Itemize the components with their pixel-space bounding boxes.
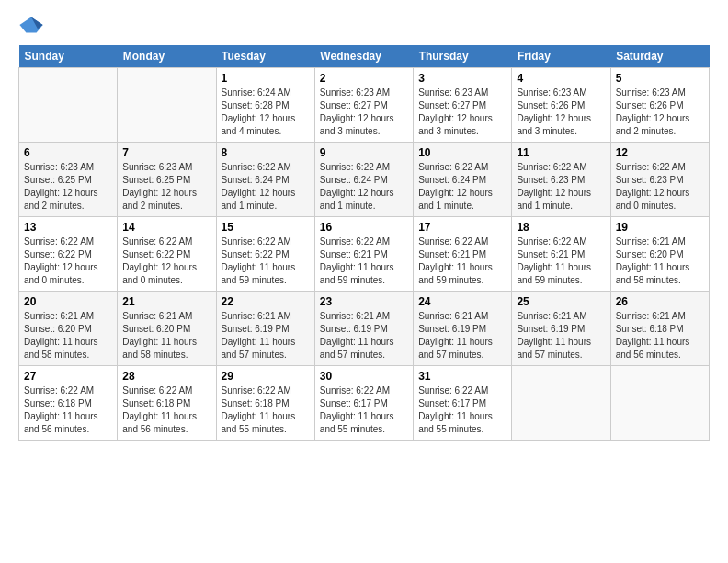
calendar-cell: 16Sunrise: 6:22 AM Sunset: 6:21 PM Dayli… (314, 217, 413, 292)
day-info: Sunrise: 6:23 AM Sunset: 6:26 PM Dayligh… (616, 86, 704, 138)
day-number: 18 (517, 221, 605, 234)
day-number: 20 (24, 295, 112, 308)
day-number: 27 (24, 370, 112, 383)
day-number: 9 (320, 146, 408, 159)
day-info: Sunrise: 6:22 AM Sunset: 6:23 PM Dayligh… (517, 161, 605, 213)
day-info: Sunrise: 6:22 AM Sunset: 6:24 PM Dayligh… (222, 161, 310, 213)
day-number: 14 (122, 221, 210, 234)
calendar-cell: 31Sunrise: 6:22 AM Sunset: 6:17 PM Dayli… (414, 366, 512, 441)
day-info: Sunrise: 6:23 AM Sunset: 6:26 PM Dayligh… (517, 86, 605, 138)
day-number: 7 (122, 146, 210, 159)
day-info: Sunrise: 6:22 AM Sunset: 6:22 PM Dayligh… (122, 236, 210, 287)
calendar-cell: 26Sunrise: 6:21 AM Sunset: 6:18 PM Dayli… (610, 292, 709, 366)
day-number: 15 (222, 221, 310, 234)
day-number: 6 (24, 146, 112, 159)
day-number: 26 (616, 295, 704, 308)
day-number: 1 (222, 72, 310, 85)
calendar-cell: 17Sunrise: 6:22 AM Sunset: 6:21 PM Dayli… (414, 217, 512, 292)
day-number: 13 (24, 221, 112, 234)
calendar-cell: 7Sunrise: 6:23 AM Sunset: 6:25 PM Daylig… (118, 143, 216, 217)
day-info: Sunrise: 6:21 AM Sunset: 6:19 PM Dayligh… (418, 310, 506, 362)
calendar-cell: 5Sunrise: 6:23 AM Sunset: 6:26 PM Daylig… (610, 68, 709, 143)
calendar-cell (19, 68, 118, 143)
weekday-header-thursday: Thursday (414, 45, 512, 68)
day-number: 22 (222, 295, 310, 308)
day-info: Sunrise: 6:21 AM Sunset: 6:19 PM Dayligh… (517, 310, 605, 362)
calendar-cell: 10Sunrise: 6:22 AM Sunset: 6:24 PM Dayli… (414, 143, 512, 217)
calendar-cell (512, 366, 610, 441)
calendar-cell: 2Sunrise: 6:23 AM Sunset: 6:27 PM Daylig… (314, 68, 413, 143)
calendar-cell: 24Sunrise: 6:21 AM Sunset: 6:19 PM Dayli… (414, 292, 512, 366)
calendar-cell: 3Sunrise: 6:23 AM Sunset: 6:27 PM Daylig… (414, 68, 512, 143)
weekday-header-monday: Monday (118, 45, 216, 68)
weekday-header-saturday: Saturday (610, 45, 709, 68)
day-info: Sunrise: 6:22 AM Sunset: 6:18 PM Dayligh… (24, 385, 112, 436)
day-number: 19 (616, 221, 704, 234)
day-number: 3 (418, 72, 506, 85)
calendar-cell: 8Sunrise: 6:22 AM Sunset: 6:24 PM Daylig… (216, 143, 314, 217)
day-info: Sunrise: 6:24 AM Sunset: 6:28 PM Dayligh… (222, 86, 310, 138)
calendar-cell: 15Sunrise: 6:22 AM Sunset: 6:22 PM Dayli… (216, 217, 314, 292)
day-number: 8 (222, 146, 310, 159)
calendar: SundayMondayTuesdayWednesdayThursdayFrid… (18, 45, 710, 441)
day-info: Sunrise: 6:23 AM Sunset: 6:25 PM Dayligh… (24, 161, 112, 213)
calendar-cell: 27Sunrise: 6:22 AM Sunset: 6:18 PM Dayli… (19, 366, 118, 441)
day-info: Sunrise: 6:22 AM Sunset: 6:24 PM Dayligh… (320, 161, 408, 213)
logo-icon (18, 16, 44, 34)
day-info: Sunrise: 6:22 AM Sunset: 6:22 PM Dayligh… (24, 236, 112, 287)
week-row-5: 27Sunrise: 6:22 AM Sunset: 6:18 PM Dayli… (19, 366, 710, 441)
day-info: Sunrise: 6:22 AM Sunset: 6:23 PM Dayligh… (616, 161, 704, 213)
day-info: Sunrise: 6:21 AM Sunset: 6:19 PM Dayligh… (222, 310, 310, 362)
day-info: Sunrise: 6:23 AM Sunset: 6:27 PM Dayligh… (418, 86, 506, 138)
day-number: 23 (320, 295, 408, 308)
calendar-cell: 30Sunrise: 6:22 AM Sunset: 6:17 PM Dayli… (314, 366, 413, 441)
calendar-cell: 25Sunrise: 6:21 AM Sunset: 6:19 PM Dayli… (512, 292, 610, 366)
day-info: Sunrise: 6:21 AM Sunset: 6:20 PM Dayligh… (24, 310, 112, 362)
calendar-cell (610, 366, 709, 441)
page: SundayMondayTuesdayWednesdayThursdayFrid… (0, 0, 728, 459)
day-number: 2 (320, 72, 408, 85)
day-number: 17 (418, 221, 506, 234)
day-info: Sunrise: 6:21 AM Sunset: 6:20 PM Dayligh… (122, 310, 210, 362)
day-info: Sunrise: 6:23 AM Sunset: 6:25 PM Dayligh… (122, 161, 210, 213)
day-info: Sunrise: 6:21 AM Sunset: 6:19 PM Dayligh… (320, 310, 408, 362)
calendar-cell: 22Sunrise: 6:21 AM Sunset: 6:19 PM Dayli… (216, 292, 314, 366)
day-info: Sunrise: 6:22 AM Sunset: 6:18 PM Dayligh… (222, 385, 310, 436)
calendar-cell: 12Sunrise: 6:22 AM Sunset: 6:23 PM Dayli… (610, 143, 709, 217)
day-number: 24 (418, 295, 506, 308)
day-number: 4 (517, 72, 605, 85)
week-row-3: 13Sunrise: 6:22 AM Sunset: 6:22 PM Dayli… (19, 217, 710, 292)
week-row-2: 6Sunrise: 6:23 AM Sunset: 6:25 PM Daylig… (19, 143, 710, 217)
weekday-header-wednesday: Wednesday (314, 45, 413, 68)
day-number: 25 (517, 295, 605, 308)
calendar-cell: 1Sunrise: 6:24 AM Sunset: 6:28 PM Daylig… (216, 68, 314, 143)
day-number: 16 (320, 221, 408, 234)
calendar-cell: 28Sunrise: 6:22 AM Sunset: 6:18 PM Dayli… (118, 366, 216, 441)
day-number: 28 (122, 370, 210, 383)
day-number: 30 (320, 370, 408, 383)
calendar-cell: 14Sunrise: 6:22 AM Sunset: 6:22 PM Dayli… (118, 217, 216, 292)
calendar-cell: 29Sunrise: 6:22 AM Sunset: 6:18 PM Dayli… (216, 366, 314, 441)
day-info: Sunrise: 6:22 AM Sunset: 6:21 PM Dayligh… (320, 236, 408, 287)
weekday-header-row: SundayMondayTuesdayWednesdayThursdayFrid… (19, 45, 710, 68)
day-number: 29 (222, 370, 310, 383)
day-number: 5 (616, 72, 704, 85)
week-row-1: 1Sunrise: 6:24 AM Sunset: 6:28 PM Daylig… (19, 68, 710, 143)
day-number: 11 (517, 146, 605, 159)
day-number: 31 (418, 370, 506, 383)
day-info: Sunrise: 6:22 AM Sunset: 6:24 PM Dayligh… (418, 161, 506, 213)
logo (18, 15, 48, 34)
calendar-cell: 19Sunrise: 6:21 AM Sunset: 6:20 PM Dayli… (610, 217, 709, 292)
day-info: Sunrise: 6:22 AM Sunset: 6:17 PM Dayligh… (418, 385, 506, 436)
day-info: Sunrise: 6:22 AM Sunset: 6:17 PM Dayligh… (320, 385, 408, 436)
calendar-cell: 9Sunrise: 6:22 AM Sunset: 6:24 PM Daylig… (314, 143, 413, 217)
calendar-cell: 21Sunrise: 6:21 AM Sunset: 6:20 PM Dayli… (118, 292, 216, 366)
day-info: Sunrise: 6:21 AM Sunset: 6:18 PM Dayligh… (616, 310, 704, 362)
calendar-cell: 6Sunrise: 6:23 AM Sunset: 6:25 PM Daylig… (19, 143, 118, 217)
calendar-cell (118, 68, 216, 143)
calendar-cell: 18Sunrise: 6:22 AM Sunset: 6:21 PM Dayli… (512, 217, 610, 292)
calendar-cell: 20Sunrise: 6:21 AM Sunset: 6:20 PM Dayli… (19, 292, 118, 366)
calendar-cell: 13Sunrise: 6:22 AM Sunset: 6:22 PM Dayli… (19, 217, 118, 292)
day-info: Sunrise: 6:22 AM Sunset: 6:22 PM Dayligh… (222, 236, 310, 287)
day-info: Sunrise: 6:22 AM Sunset: 6:21 PM Dayligh… (517, 236, 605, 287)
